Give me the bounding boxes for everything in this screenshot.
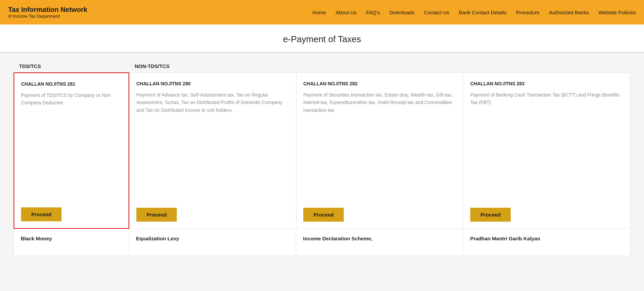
card-282-content: CHALLAN NO./ITNS 282 Payment of Securiti… <box>303 81 456 114</box>
bottom-card-pradhan-mantri-title: Pradhan Mantri Garib Kalyan <box>470 236 623 241</box>
nav-contact-us[interactable]: Contact Us <box>424 10 449 15</box>
nav-authorized-banks[interactable]: Authorized Banks <box>549 10 589 15</box>
card-283-challan: CHALLAN NO./ITNS 283 <box>470 81 623 86</box>
bottom-cards-row: Black Money Equalization Levy Income Dec… <box>14 229 630 256</box>
page-title: e-Payment of Taxes <box>0 34 644 45</box>
card-282-description: Payment of Securities transaction tax, E… <box>303 91 456 114</box>
main-content: TDS/TCS NON-TDS/TCS CHALLAN NO./ITNS 281… <box>0 54 644 266</box>
section-labels: TDS/TCS NON-TDS/TCS <box>14 63 630 72</box>
card-283: CHALLAN NO./ITNS 283 Payment of Banking … <box>463 72 630 229</box>
nav-procedure[interactable]: Procedure <box>516 10 539 15</box>
bottom-card-income-declaration-title: Income Declaration Scheme, <box>303 236 456 241</box>
main-nav: Home About Us FAQ's Downloads Contact Us… <box>97 10 636 15</box>
page-title-area: e-Payment of Taxes <box>0 24 644 52</box>
logo-subtitle: of Income Tax Department <box>8 14 97 19</box>
bottom-card-black-money-title: Black Money <box>21 236 122 241</box>
card-282: CHALLAN NO./ITNS 282 Payment of Securiti… <box>296 72 463 229</box>
card-281-challan: CHALLAN NO./ITNS 281 <box>21 81 122 87</box>
proceed-button-281[interactable]: Proceed <box>21 207 62 221</box>
non-tds-section-label: NON-TDS/TCS <box>129 63 630 72</box>
nav-website-policies[interactable]: Website Policies <box>598 10 636 15</box>
proceed-button-280[interactable]: Proceed <box>136 208 177 222</box>
card-282-challan: CHALLAN NO./ITNS 282 <box>303 81 456 86</box>
nav-about-us[interactable]: About Us <box>336 10 357 15</box>
card-280-challan: CHALLAN NO./ITNS 280 <box>136 81 289 86</box>
card-281-description: Payment of TDS/TCS by Company or Non Com… <box>21 91 122 107</box>
nav-faqs[interactable]: FAQ's <box>366 10 380 15</box>
card-283-description: Payment of Banking Cash Transaction Tax … <box>470 91 623 106</box>
card-280: CHALLAN NO./ITNS 280 Payment of Advance … <box>129 72 296 229</box>
logo-title: Tax Information Network <box>8 6 97 14</box>
logo-area: Tax Information Network of Income Tax De… <box>8 6 97 19</box>
card-281-content: CHALLAN NO./ITNS 281 Payment of TDS/TCS … <box>21 81 122 107</box>
non-tds-cards: CHALLAN NO./ITNS 280 Payment of Advance … <box>129 72 630 229</box>
card-280-description: Payment of Advance tax, Self-Assessment … <box>136 91 289 114</box>
card-283-content: CHALLAN NO./ITNS 283 Payment of Banking … <box>470 81 623 106</box>
bottom-card-equalization-levy-title: Equalization Levy <box>136 236 289 241</box>
proceed-button-282[interactable]: Proceed <box>303 208 344 222</box>
proceed-button-283[interactable]: Proceed <box>470 208 511 222</box>
card-280-content: CHALLAN NO./ITNS 280 Payment of Advance … <box>136 81 289 114</box>
bottom-card-equalization-levy: Equalization Levy <box>129 229 296 256</box>
bottom-card-income-declaration: Income Declaration Scheme, <box>296 229 463 256</box>
card-281: CHALLAN NO./ITNS 281 Payment of TDS/TCS … <box>14 72 129 229</box>
nav-downloads[interactable]: Downloads <box>389 10 414 15</box>
cards-row: CHALLAN NO./ITNS 281 Payment of TDS/TCS … <box>14 72 630 229</box>
nav-bank-contact-details[interactable]: Bank Contact Details <box>459 10 506 15</box>
tds-section-label: TDS/TCS <box>14 63 129 72</box>
bottom-card-pradhan-mantri: Pradhan Mantri Garib Kalyan <box>463 229 630 256</box>
bottom-card-black-money: Black Money <box>14 229 129 256</box>
nav-home[interactable]: Home <box>312 10 326 15</box>
site-header: Tax Information Network of Income Tax De… <box>0 0 644 24</box>
